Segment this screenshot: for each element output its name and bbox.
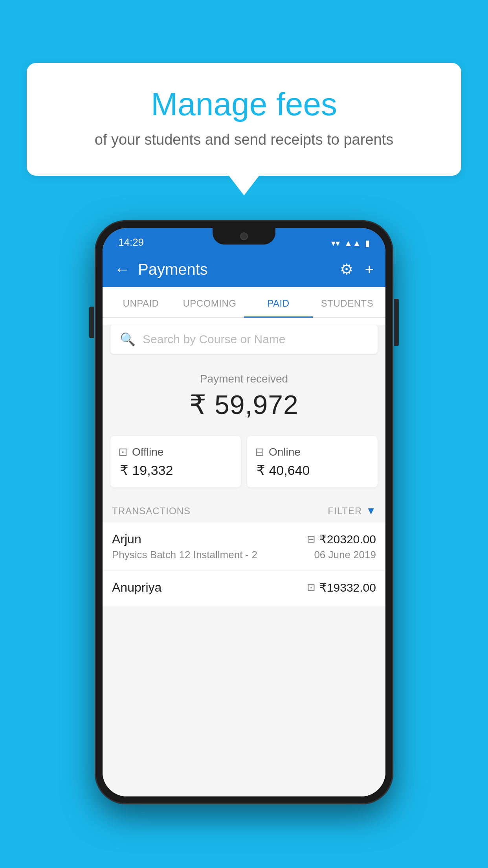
transaction-row[interactable]: Anupriya ⊡ ₹19332.00 <box>103 571 385 607</box>
online-amount: ₹ 40,640 <box>255 462 370 478</box>
transaction-amount-container: ⊡ ₹19332.00 <box>307 581 376 594</box>
transaction-amount: ₹19332.00 <box>319 581 376 594</box>
filter-icon[interactable]: ▼ <box>366 505 376 517</box>
filter-label: FILTER <box>328 506 362 517</box>
back-button[interactable]: ← <box>114 261 130 278</box>
offline-icon: ⊡ <box>118 445 127 458</box>
tabs-bar: UNPAID UPCOMING PAID STUDENTS <box>103 287 385 318</box>
offline-payment-icon: ⊡ <box>307 581 316 594</box>
offline-label: Offline <box>132 446 163 458</box>
camera <box>240 232 248 240</box>
phone-screen: 14:29 ▾▾ ▲▲ ▮ ← Payments ⚙ + UNPAID UP <box>103 228 385 796</box>
settings-icon[interactable]: ⚙ <box>340 261 353 278</box>
online-payment-card: ⊟ Online ₹ 40,640 <box>247 436 378 487</box>
payment-received-amount: ₹ 59,972 <box>110 389 378 420</box>
tab-students[interactable]: STUDENTS <box>313 287 382 317</box>
phone-wrapper: 14:29 ▾▾ ▲▲ ▮ ← Payments ⚙ + UNPAID UP <box>95 220 393 804</box>
payment-received-section: Payment received ₹ 59,972 <box>103 361 385 428</box>
online-icon: ⊟ <box>255 445 264 458</box>
search-placeholder: Search by Course or Name <box>143 333 286 346</box>
add-icon[interactable]: + <box>365 261 374 278</box>
phone-outer: 14:29 ▾▾ ▲▲ ▮ ← Payments ⚙ + UNPAID UP <box>95 220 393 804</box>
transaction-amount: ₹20320.00 <box>319 532 376 546</box>
signal-icon: ▲▲ <box>344 238 361 248</box>
speech-bubble: Manage fees of your students and send re… <box>27 63 461 176</box>
tab-unpaid[interactable]: UNPAID <box>106 287 175 317</box>
offline-payment-card: ⊡ Offline ₹ 19,332 <box>110 436 241 487</box>
search-container[interactable]: 🔍 Search by Course or Name <box>110 325 378 354</box>
transaction-row[interactable]: Arjun ⊟ ₹20320.00 Physics Batch 12 Insta… <box>103 522 385 571</box>
online-card-header: ⊟ Online <box>255 445 370 458</box>
speech-bubble-container: Manage fees of your students and send re… <box>27 63 461 176</box>
bubble-subtitle: of your students and send receipts to pa… <box>58 131 430 148</box>
search-icon: 🔍 <box>120 332 136 347</box>
app-bar-actions: ⚙ + <box>340 261 374 278</box>
tab-paid[interactable]: PAID <box>244 287 313 317</box>
offline-card-header: ⊡ Offline <box>118 445 233 458</box>
transaction-name: Arjun <box>112 532 141 546</box>
transactions-label: TRANSACTIONS <box>112 506 328 517</box>
bubble-title: Manage fees <box>58 86 430 122</box>
app-bar: ← Payments ⚙ + <box>103 252 385 287</box>
phone-notch <box>213 228 275 245</box>
online-label: Online <box>269 446 301 458</box>
transaction-amount-container: ⊟ ₹20320.00 <box>307 532 376 546</box>
transaction-course: Physics Batch 12 Installment - 2 <box>112 549 257 561</box>
transaction-row-bottom: Physics Batch 12 Installment - 2 06 June… <box>112 549 376 561</box>
payment-cards: ⊡ Offline ₹ 19,332 ⊟ Online ₹ 40,640 <box>103 428 385 497</box>
offline-amount: ₹ 19,332 <box>118 462 233 478</box>
online-payment-icon: ⊟ <box>307 533 316 545</box>
transactions-header: TRANSACTIONS FILTER ▼ <box>103 497 385 522</box>
transaction-date: 06 June 2019 <box>314 549 376 561</box>
wifi-icon: ▾▾ <box>331 238 340 248</box>
battery-icon: ▮ <box>365 238 370 248</box>
content-area: 🔍 Search by Course or Name Payment recei… <box>103 325 385 796</box>
transaction-row-top: Anupriya ⊡ ₹19332.00 <box>112 580 376 595</box>
payment-received-label: Payment received <box>110 373 378 385</box>
app-bar-title: Payments <box>138 261 332 278</box>
status-icons: ▾▾ ▲▲ ▮ <box>331 238 370 248</box>
transaction-name: Anupriya <box>112 580 161 595</box>
transaction-row-top: Arjun ⊟ ₹20320.00 <box>112 532 376 546</box>
status-time: 14:29 <box>118 236 144 248</box>
tab-upcoming[interactable]: UPCOMING <box>175 287 244 317</box>
